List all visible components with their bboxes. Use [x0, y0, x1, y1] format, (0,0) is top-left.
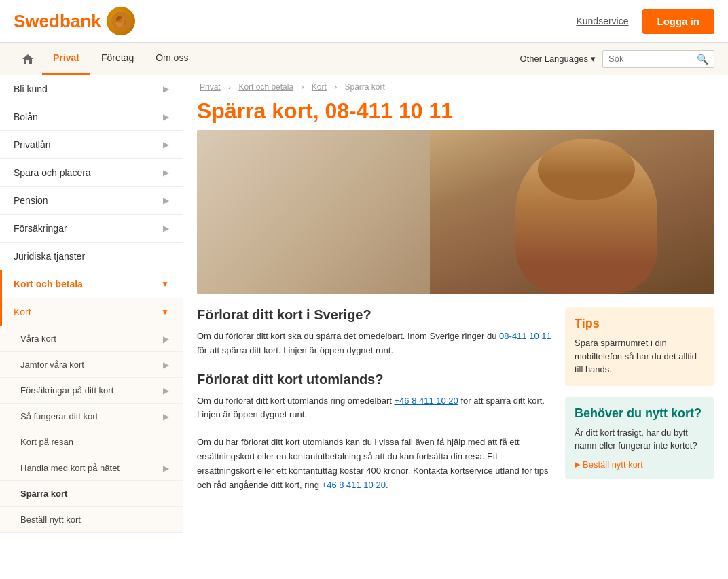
section1-link[interactable]: 08-411 10 11: [499, 331, 551, 341]
sidebar-label-bli-kund: Bli kund: [14, 84, 48, 94]
sidebar-sub-label: Beställ nytt kort: [20, 514, 81, 525]
page-title: Spärra kort, 08-411 10 11: [183, 99, 728, 130]
sidebar-item-bolan[interactable]: Bolån ▶: [0, 103, 183, 131]
chevron-right-icon: ▶: [163, 196, 169, 205]
other-languages-dropdown[interactable]: Other Languages ▾: [520, 54, 596, 64]
sidebar-sub-item-resan[interactable]: Kort på resan: [0, 429, 183, 455]
sidebar-sub-item-handla[interactable]: Handla med kort på nätet ▶: [0, 455, 183, 481]
breadcrumb-separator: ›: [334, 82, 339, 92]
chevron-right-icon: ▶: [163, 168, 169, 177]
section1-text1: Om du förlorar ditt kort ska du spärra d…: [197, 331, 499, 341]
sidebar-sub-label: Spärra kort: [20, 489, 67, 499]
chevron-down-icon: ▼: [161, 307, 169, 317]
sidebar-sub-menu: Våra kort ▶ Jämför våra kort ▶ Försäkrin…: [0, 326, 183, 533]
section3-link[interactable]: +46 8 411 10 20: [322, 480, 386, 490]
main-layout: Bli kund ▶ Bolån ▶ Privatlån ▶ Spara och…: [0, 75, 728, 533]
sidebar-item-kort[interactable]: Kort ▼: [0, 298, 183, 326]
chevron-right-icon: ▶: [163, 386, 169, 396]
logo-text: Swedbank: [14, 11, 101, 32]
chevron-right-icon: ▶: [163, 224, 169, 233]
dropdown-arrow-icon: ▾: [591, 54, 596, 64]
navbar: Privat Företag Om oss Other Languages ▾ …: [0, 43, 728, 75]
section2-link[interactable]: +46 8 411 10 20: [394, 396, 458, 406]
logo-area: Swedbank: [14, 7, 135, 35]
section1-title: Förlorat ditt kort i Sverige?: [197, 307, 551, 323]
sidebar-label-forsakringar: Försäkringar: [14, 223, 67, 234]
sidebar-sub-label: Försäkringar på ditt kort: [20, 385, 113, 396]
behover-link-label: Beställ nytt kort: [583, 459, 643, 470]
tips-box: Tips Spara spärrnumret i din mobiltelefo…: [565, 307, 714, 386]
sidebar-label-juridiska: Juridiska tjänster: [14, 251, 85, 262]
logo-icon: [107, 7, 135, 35]
other-languages-label: Other Languages: [520, 54, 588, 64]
header-right: Kundservice Logga in: [576, 9, 714, 34]
bestall-nytt-kort-link[interactable]: ▶ Beställ nytt kort: [575, 459, 705, 470]
chevron-right-icon: ▶: [163, 360, 169, 370]
main-content: Förlorat ditt kort i Sverige? Om du förl…: [197, 307, 551, 506]
sidebar-item-forsakringar[interactable]: Försäkringar ▶: [0, 215, 183, 243]
chevron-right-icon: ▶: [163, 463, 169, 473]
sidebar-item-privatlan[interactable]: Privatlån ▶: [0, 131, 183, 159]
search-icon[interactable]: 🔍: [697, 54, 708, 65]
navbar-right: Other Languages ▾ 🔍: [520, 50, 714, 68]
content-body: Förlorat ditt kort i Sverige? Om du förl…: [183, 307, 728, 519]
sidebar-sub-item-bestall[interactable]: Beställ nytt kort: [0, 507, 183, 533]
breadcrumb-item[interactable]: Kort och betala: [238, 82, 293, 92]
sidebar-sub-label: Så fungerar ditt kort: [20, 411, 98, 421]
breadcrumb-item[interactable]: Privat: [200, 82, 221, 92]
home-icon[interactable]: [14, 44, 42, 74]
sidebar-sub-label: Jämför våra kort: [20, 359, 84, 370]
behover-text: Är ditt kort trasigt, har du bytt namn e…: [575, 426, 705, 453]
sidebar-item-bli-kund[interactable]: Bli kund ▶: [0, 75, 183, 103]
search-box: 🔍: [602, 50, 714, 68]
header: Swedbank Kundservice Logga in: [0, 0, 728, 43]
chevron-right-icon: ▶: [163, 84, 169, 94]
nav-item-foretag[interactable]: Företag: [90, 43, 145, 75]
behover-box: Behöver du nytt kort? Är ditt kort trasi…: [565, 397, 714, 479]
sidebar-item-pension[interactable]: Pension ▶: [0, 187, 183, 215]
kundservice-link[interactable]: Kundservice: [576, 16, 628, 27]
section1-text: Om du förlorar ditt kort ska du spärra d…: [197, 330, 551, 358]
behover-title: Behöver du nytt kort?: [575, 406, 705, 421]
breadcrumb-item[interactable]: Kort: [312, 82, 327, 92]
breadcrumb: Privat › Kort och betala › Kort › Spärra…: [183, 75, 728, 99]
sidebar-tips: Tips Spara spärrnumret i din mobiltelefo…: [565, 307, 714, 506]
breadcrumb-separator: ›: [228, 82, 233, 92]
sidebar-label-privatlan: Privatlån: [14, 139, 50, 150]
tips-title: Tips: [575, 317, 705, 331]
navbar-left: Privat Företag Om oss: [14, 43, 199, 75]
logga-in-button[interactable]: Logga in: [642, 9, 715, 34]
sidebar-sub-label: Kort på resan: [20, 437, 73, 447]
breadcrumb-current: Spärra kort: [344, 82, 384, 92]
section3-text: Om du har förlorat ditt kort utomlands k…: [197, 436, 551, 492]
content-area: Privat › Kort och betala › Kort › Spärra…: [183, 75, 728, 533]
sidebar-item-juridiska[interactable]: Juridiska tjänster: [0, 243, 183, 270]
sidebar-sub-label: Handla med kort på nätet: [20, 463, 120, 473]
nav-item-privat[interactable]: Privat: [42, 43, 90, 75]
tips-text: Spara spärrnumret i din mobiltelefon så …: [575, 336, 705, 376]
sidebar-item-kort-och-betala[interactable]: Kort och betala ▼: [0, 270, 183, 298]
sidebar-label-spara: Spara och placera: [14, 167, 91, 178]
breadcrumb-separator: ›: [301, 82, 306, 92]
sidebar-sub-item-sparra[interactable]: Spärra kort: [0, 481, 183, 507]
chevron-down-icon: ▼: [161, 279, 169, 289]
sidebar-sub-item-forsakringar-kort[interactable]: Försäkringar på ditt kort ▶: [0, 378, 183, 404]
section1-text2: för att spärra ditt kort. Linjen är öppe…: [197, 345, 393, 355]
search-input[interactable]: [608, 54, 697, 64]
chevron-right-icon: ▶: [163, 112, 169, 122]
sidebar-sub-item-vara-kort[interactable]: Våra kort ▶: [0, 326, 183, 352]
nav-item-om-oss[interactable]: Om oss: [145, 43, 199, 75]
sidebar-sub-label: Våra kort: [20, 334, 56, 344]
section2-title: Förlorat ditt kort utomlands?: [197, 372, 551, 387]
sidebar-item-spara[interactable]: Spara och placera ▶: [0, 159, 183, 187]
sidebar-sub-item-jamfor[interactable]: Jämför våra kort ▶: [0, 352, 183, 378]
sidebar-label-kort-och-betala: Kort och betala: [14, 279, 83, 290]
sidebar-sub-item-fungerar[interactable]: Så fungerar ditt kort ▶: [0, 404, 183, 429]
chevron-right-icon: ▶: [575, 460, 580, 469]
sidebar-label-bolan: Bolån: [14, 111, 38, 122]
hero-image: [197, 130, 714, 294]
chevron-right-icon: ▶: [163, 334, 169, 344]
sidebar: Bli kund ▶ Bolån ▶ Privatlån ▶ Spara och…: [0, 75, 183, 533]
chevron-right-icon: ▶: [163, 140, 169, 150]
section3-text2: .: [386, 480, 388, 490]
